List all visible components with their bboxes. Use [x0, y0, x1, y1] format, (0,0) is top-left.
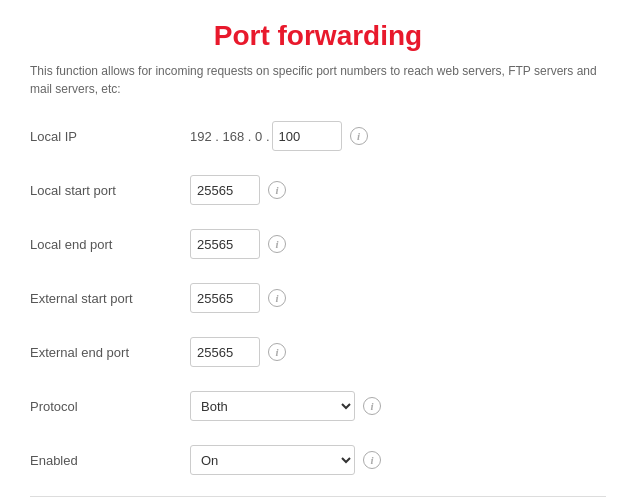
enabled-label: Enabled — [30, 453, 190, 468]
local-ip-label: Local IP — [30, 129, 190, 144]
enabled-control: On Off i — [190, 445, 381, 475]
page-container: Port forwarding This function allows for… — [0, 0, 636, 500]
local-end-port-control: i — [190, 229, 286, 259]
external-end-port-row: External end port i — [30, 334, 606, 370]
local-start-port-info-icon[interactable]: i — [268, 181, 286, 199]
local-ip-last-input[interactable] — [272, 121, 342, 151]
external-end-port-control: i — [190, 337, 286, 367]
protocol-select[interactable]: Both TCP UDP — [190, 391, 355, 421]
external-start-port-control: i — [190, 283, 286, 313]
protocol-control: Both TCP UDP i — [190, 391, 381, 421]
external-end-port-input[interactable] — [190, 337, 260, 367]
local-end-port-row: Local end port i — [30, 226, 606, 262]
external-start-port-row: External start port i — [30, 280, 606, 316]
local-start-port-label: Local start port — [30, 183, 190, 198]
external-end-port-info-icon[interactable]: i — [268, 343, 286, 361]
page-description: This function allows for incoming reques… — [30, 62, 606, 98]
protocol-info-icon[interactable]: i — [363, 397, 381, 415]
local-start-port-row: Local start port i — [30, 172, 606, 208]
protocol-row: Protocol Both TCP UDP i — [30, 388, 606, 424]
enabled-info-icon[interactable]: i — [363, 451, 381, 469]
enabled-row: Enabled On Off i — [30, 442, 606, 478]
local-end-port-input[interactable] — [190, 229, 260, 259]
local-ip-info-icon[interactable]: i — [350, 127, 368, 145]
protocol-label: Protocol — [30, 399, 190, 414]
ip-static-prefix: 192 . 168 . 0 . — [190, 129, 270, 144]
enabled-select[interactable]: On Off — [190, 445, 355, 475]
local-end-port-info-icon[interactable]: i — [268, 235, 286, 253]
external-start-port-info-icon[interactable]: i — [268, 289, 286, 307]
local-end-port-label: Local end port — [30, 237, 190, 252]
local-ip-control: 192 . 168 . 0 . i — [190, 121, 368, 151]
external-end-port-label: External end port — [30, 345, 190, 360]
external-start-port-label: External start port — [30, 291, 190, 306]
ip-group: 192 . 168 . 0 . — [190, 121, 342, 151]
local-start-port-input[interactable] — [190, 175, 260, 205]
local-ip-row: Local IP 192 . 168 . 0 . i — [30, 118, 606, 154]
external-start-port-input[interactable] — [190, 283, 260, 313]
page-title: Port forwarding — [30, 20, 606, 52]
divider — [30, 496, 606, 497]
local-start-port-control: i — [190, 175, 286, 205]
